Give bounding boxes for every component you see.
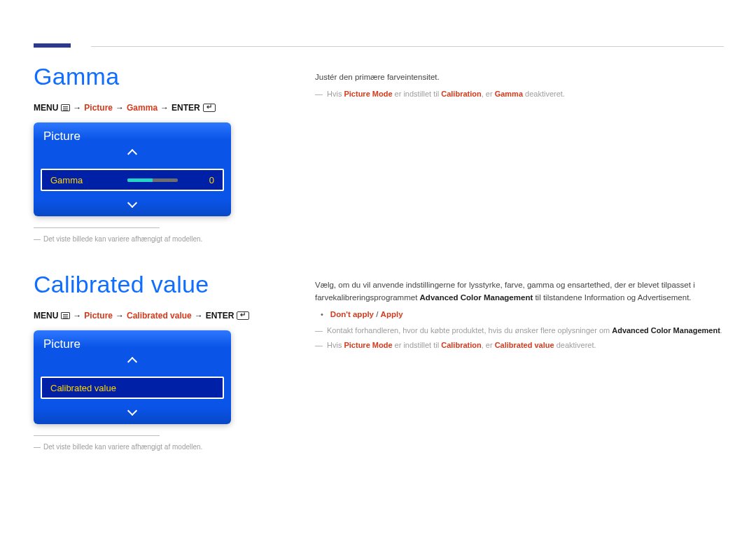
slider-fill xyxy=(127,178,153,182)
note-rule xyxy=(34,435,160,436)
gamma-body-text: Justér den primære farveintensitet. xyxy=(315,71,724,84)
osd-row-label: Gamma xyxy=(50,175,127,185)
arrow-icon: → xyxy=(160,103,169,113)
note-calibrated: ―Det viste billede kan variere afhængigt… xyxy=(34,443,252,451)
option-values: Don't apply / Apply xyxy=(330,309,403,321)
footnote-text: Kontakt forhandleren, hvor du købte prod… xyxy=(327,325,722,337)
gamma-slider[interactable] xyxy=(127,178,200,182)
gamma-footnote: ― Hvis Picture Mode er indstillet til Ca… xyxy=(315,88,724,100)
dash-icon: ― xyxy=(315,88,323,100)
osd-value: 0 xyxy=(200,175,214,185)
breadcrumb-gamma: MENU → Picture → Gamma → ENTER xyxy=(34,103,252,113)
dash-icon: ― xyxy=(34,235,41,243)
footnote-text: Hvis Picture Mode er indstillet til Cali… xyxy=(327,339,596,351)
note-gamma: ―Det viste billede kan variere afhængigt… xyxy=(34,235,252,243)
osd-panel-calibrated: Picture Calibrated value xyxy=(34,330,231,424)
arrow-icon: → xyxy=(115,311,124,321)
dash-icon: ― xyxy=(34,443,41,451)
osd-row-label: Calibrated value xyxy=(50,383,127,393)
gamma-description: Justér den primære farveintensitet. ― Hv… xyxy=(315,63,724,243)
slider-track xyxy=(127,178,178,182)
note-rule xyxy=(34,227,160,228)
page-top-rule xyxy=(91,46,724,47)
footnote-text: Hvis Picture Mode er indstillet til Cali… xyxy=(327,88,565,100)
menu-icon xyxy=(61,312,70,319)
breadcrumb-enter: ENTER xyxy=(206,311,234,321)
osd-row-gamma[interactable]: Gamma 0 xyxy=(41,169,224,191)
osd-header: Picture xyxy=(34,330,231,356)
menu-icon xyxy=(61,104,70,111)
chevron-up-icon[interactable] xyxy=(127,357,137,367)
calibrated-description: Vælg, om du vil anvende indstillingerne … xyxy=(315,271,724,451)
arrow-icon: → xyxy=(73,103,81,113)
breadcrumb-item: Gamma xyxy=(127,103,158,113)
enter-icon xyxy=(203,104,216,112)
chevron-down-icon[interactable] xyxy=(127,406,137,416)
bullet-icon: • xyxy=(321,309,323,321)
breadcrumb-calibrated: MENU → Picture → Calibrated value → ENTE… xyxy=(34,311,252,321)
arrow-icon: → xyxy=(115,103,124,113)
chevron-down-icon[interactable] xyxy=(127,198,137,208)
arrow-icon: → xyxy=(195,311,203,321)
arrow-icon: → xyxy=(73,311,81,321)
page-accent-bar xyxy=(34,43,71,48)
breadcrumb-picture: Picture xyxy=(84,103,113,113)
calibrated-footnote-2: ― Hvis Picture Mode er indstillet til Ca… xyxy=(315,339,724,351)
note-text: Det viste billede kan variere afhængigt … xyxy=(43,235,202,243)
calibrated-footnote-1: ― Kontakt forhandleren, hvor du købte pr… xyxy=(315,325,724,337)
section-title-gamma: Gamma xyxy=(34,63,252,90)
breadcrumb-enter: ENTER xyxy=(172,103,200,113)
breadcrumb-item: Calibrated value xyxy=(127,311,192,321)
dash-icon: ― xyxy=(315,339,323,351)
section-gamma: Gamma MENU → Picture → Gamma → ENTER Pic… xyxy=(34,63,724,243)
osd-header: Picture xyxy=(34,122,231,148)
chevron-up-icon[interactable] xyxy=(127,149,137,159)
osd-row-calibrated[interactable]: Calibrated value xyxy=(41,377,224,399)
breadcrumb-picture: Picture xyxy=(84,311,113,321)
option-line: • Don't apply / Apply xyxy=(321,309,724,321)
section-calibrated: Calibrated value MENU → Picture → Calibr… xyxy=(34,271,724,451)
breadcrumb-menu: MENU xyxy=(34,311,58,321)
calibrated-body-text: Vælg, om du vil anvende indstillingerne … xyxy=(315,279,724,304)
osd-panel-gamma: Picture Gamma 0 xyxy=(34,122,231,216)
section-title-calibrated: Calibrated value xyxy=(34,271,252,298)
note-text: Det viste billede kan variere afhængigt … xyxy=(43,443,202,451)
breadcrumb-menu: MENU xyxy=(34,103,58,113)
enter-icon xyxy=(237,311,249,320)
dash-icon: ― xyxy=(315,325,323,337)
